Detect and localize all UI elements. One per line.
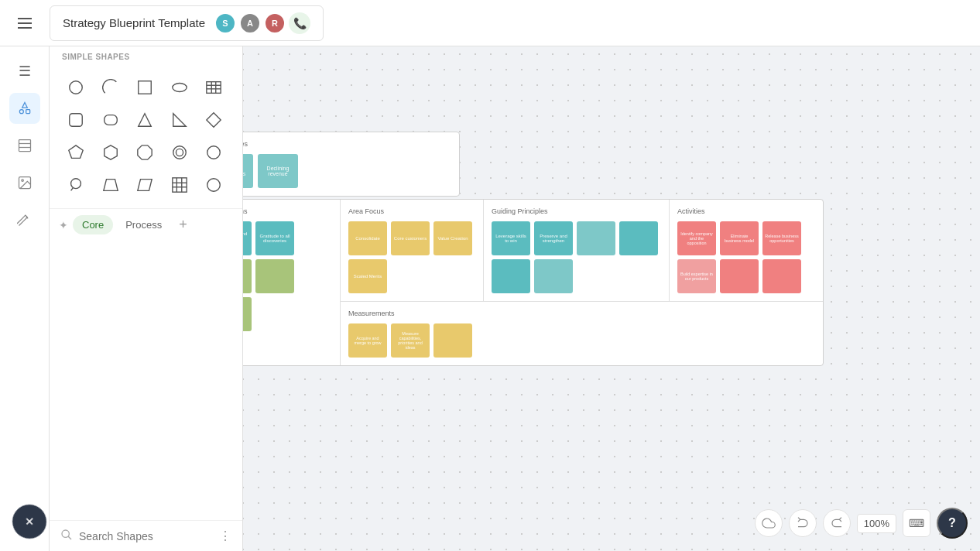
measurements-section: Measurements Acquire and merge to grow M… [341, 302, 823, 365]
measurements-label: Measurements [348, 310, 815, 317]
menu-icon [18, 18, 32, 29]
activities-stickies: Identify company and the opposition Elim… [677, 221, 815, 293]
topbar: Strategy Blueprint Template S A R 📞 [0, 0, 980, 46]
sticky-identify[interactable]: Identify company and the opposition [677, 221, 716, 255]
main-grid: Aspirations Beloved brand to our custome… [204, 199, 824, 366]
sidebar-menu-btn[interactable]: ☰ [9, 56, 40, 87]
sticky-build-expertise[interactable]: Build expertise in our products [677, 259, 716, 293]
shape-octagon[interactable] [131, 139, 159, 166]
help-button[interactable]: ? [937, 508, 968, 539]
sidebar-frame-btn[interactable] [9, 130, 40, 161]
sticky-consolidate[interactable]: Consolidate [348, 221, 387, 255]
search-input[interactable] [79, 530, 213, 542]
tab-core[interactable]: Core [73, 215, 113, 234]
svg-marker-19 [207, 113, 221, 127]
call-button[interactable]: 📞 [289, 12, 310, 34]
shape-callout[interactable] [62, 171, 90, 199]
sticky-gratitude[interactable]: Gratitude to all discoveries [255, 221, 294, 255]
shape-circle2[interactable] [166, 139, 194, 166]
sticky-eliminate[interactable]: Eliminate business model [720, 221, 759, 255]
shape-rounded-rect[interactable] [62, 106, 90, 134]
shapes-grid [50, 64, 242, 208]
svg-point-6 [21, 180, 22, 182]
guiding-principles-label: Guiding Principles [492, 207, 661, 215]
sticky-acquire[interactable]: Acquire and merge to grow [348, 323, 387, 358]
svg-marker-27 [103, 180, 117, 191]
shape-square[interactable] [131, 74, 159, 101]
more-options-button[interactable]: ⋮ [219, 529, 231, 543]
shape-arc[interactable] [97, 74, 125, 101]
shape-squircle[interactable] [97, 106, 125, 134]
svg-rect-2 [19, 140, 30, 152]
svg-rect-8 [139, 81, 152, 94]
shape-table[interactable] [200, 74, 228, 101]
measurements-stickies: Acquire and merge to grow Measure capabi… [348, 323, 815, 358]
shape-grid[interactable] [166, 171, 194, 199]
shape-circle4[interactable] [200, 171, 228, 199]
doc-title-box: Strategy Blueprint Template S A R 📞 [50, 5, 324, 41]
menu-button[interactable] [12, 11, 37, 36]
svg-point-0 [19, 110, 23, 114]
sticky-green2[interactable] [255, 259, 294, 293]
shape-ellipse[interactable] [166, 74, 194, 101]
tab-process[interactable]: Process [116, 215, 171, 234]
svg-marker-21 [104, 145, 117, 159]
avatars: S A R 📞 [214, 12, 310, 34]
sticky-gp4[interactable] [619, 221, 658, 255]
sticky-gp6[interactable] [534, 259, 573, 293]
sidebar-image-btn[interactable] [9, 167, 40, 198]
sticky-leverage[interactable]: Leverage skills to win [492, 221, 530, 255]
tab-star-icon: ✦ [59, 219, 68, 231]
sticky-act6[interactable] [762, 259, 801, 293]
svg-marker-22 [138, 145, 152, 159]
sidebar: ☰ [0, 46, 50, 551]
sticky-gp5[interactable] [492, 259, 530, 293]
svg-rect-16 [104, 115, 117, 125]
sticky-release[interactable]: Release business opportunities [762, 221, 801, 255]
cloud-save-button[interactable] [755, 509, 783, 537]
svg-point-9 [173, 84, 187, 92]
svg-rect-10 [207, 82, 221, 94]
simple-shapes-label: SIMPLE SHAPES [50, 46, 242, 64]
sidebar-draw-btn[interactable] [9, 204, 40, 235]
challenges-label: Challenges [213, 140, 451, 148]
keyboard-button[interactable]: ⌨ [903, 509, 930, 537]
svg-point-7 [70, 81, 83, 94]
svg-marker-20 [69, 145, 83, 159]
sidebar-shapes-btn[interactable] [9, 93, 40, 124]
redo-button[interactable] [823, 509, 851, 537]
activities-section: Activities Identify company and the oppo… [670, 200, 823, 301]
sticky-meas3[interactable] [433, 323, 472, 358]
shape-right-triangle[interactable] [166, 106, 194, 134]
avatar-2: A [239, 12, 261, 34]
svg-rect-15 [70, 114, 83, 127]
shape-hexagon[interactable] [97, 139, 125, 166]
shape-trapezoid[interactable] [97, 171, 125, 199]
sticky-core-customers[interactable]: Core customers [391, 221, 430, 255]
shape-triangle[interactable] [131, 106, 159, 134]
undo-button[interactable] [789, 509, 817, 537]
shapes-tabs: ✦ Core Process + [50, 208, 242, 241]
area-focus-section: Area Focus Consolidate Core customers Va… [341, 200, 484, 301]
sticky-act5[interactable] [720, 259, 759, 293]
bottom-bar: 100% ⌨ ? [755, 508, 968, 539]
sticky-measure[interactable]: Measure capabilities, priorities and ide… [391, 323, 430, 358]
shape-diamond[interactable] [200, 106, 228, 134]
shape-parallelogram[interactable] [131, 171, 159, 199]
svg-marker-18 [173, 114, 187, 127]
sticky-scaled-merits[interactable]: Scaled Merits [348, 259, 387, 293]
svg-rect-1 [26, 110, 29, 114]
sticky-preserve[interactable]: Preserve and strengthen [534, 221, 573, 255]
sticky-value-creation[interactable]: Value Creation [433, 221, 472, 255]
svg-marker-17 [139, 114, 152, 127]
sticky-declining-revenue[interactable]: Declining revenue [258, 154, 298, 188]
shape-circle3[interactable] [200, 139, 228, 166]
avatar-3: R [264, 12, 286, 34]
shape-pentagon[interactable] [62, 139, 90, 166]
doc-title: Strategy Blueprint Template [63, 16, 205, 29]
svg-point-26 [71, 179, 81, 189]
search-bar: ⋮ [50, 520, 242, 551]
shape-circle[interactable] [62, 74, 90, 101]
add-tab-button[interactable]: + [174, 215, 192, 234]
sticky-gp3[interactable] [577, 221, 615, 255]
